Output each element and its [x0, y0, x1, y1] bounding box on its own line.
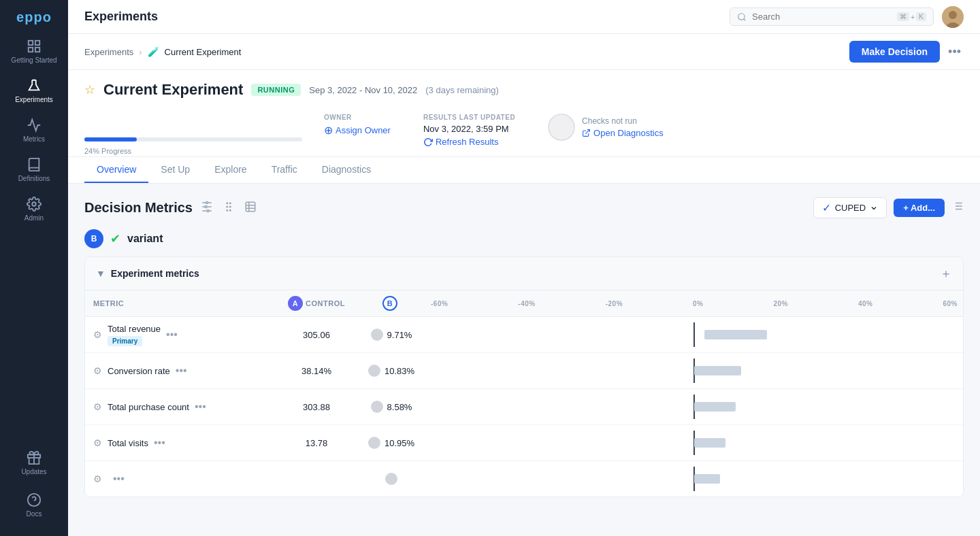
metric-gear-icon[interactable]: ⚙: [93, 437, 102, 448]
svg-rect-3: [35, 48, 39, 52]
sidebar-item-definitions[interactable]: Definitions: [0, 150, 68, 190]
chart-bar: [694, 402, 736, 412]
svg-point-22: [205, 205, 207, 207]
tab-setup[interactable]: Set Up: [148, 157, 202, 183]
refresh-icon: [423, 137, 433, 147]
metric-gear-icon[interactable]: ⚙: [93, 473, 102, 484]
more-options-button[interactable]: •••: [945, 42, 964, 62]
metric-name-cell: ⚙ Total purchase count •••: [85, 389, 276, 425]
variant-dot-icon: [368, 365, 380, 377]
variant-dot-icon: [368, 437, 380, 449]
results-section: RESULTS LAST UPDATED Nov 3, 2022, 3:59 P…: [423, 114, 515, 147]
metric-options-icon[interactable]: •••: [154, 437, 165, 449]
experiment-flask-icon: 🧪: [148, 46, 159, 57]
make-decision-button[interactable]: Make Decision: [849, 41, 940, 63]
metrics-tbody: ⚙ Total revenue Primary ••• 305.06: [85, 317, 963, 497]
metric-name-cell: ⚙ Total revenue Primary •••: [85, 317, 276, 353]
metrics-section-header: ▼ Experiment metrics ＋: [85, 257, 963, 290]
table-icon: [244, 201, 257, 213]
refresh-results-button[interactable]: Refresh Results: [423, 137, 515, 147]
chart-bar: [694, 366, 741, 375]
table-row: ⚙ Conversion rate ••• 38.14% 10: [85, 353, 963, 389]
variant-dot-icon: [371, 329, 383, 341]
status-badge: RUNNING: [251, 84, 301, 96]
search-box[interactable]: ⌘ + K: [730, 7, 934, 26]
control-value-cell: 38.14%: [276, 353, 357, 389]
results-date: Nov 3, 2022, 3:59 PM: [423, 124, 515, 134]
breadcrumb-separator-1: ›: [139, 47, 142, 57]
owner-label: OWNER: [324, 114, 391, 121]
sidebar-item-updates[interactable]: Updates: [0, 443, 68, 483]
sidebar-item-admin[interactable]: Admin: [0, 190, 68, 229]
metric-options-icon[interactable]: •••: [195, 401, 206, 413]
sidebar-item-getting-started[interactable]: Getting Started: [0, 32, 68, 71]
col-b-header: B: [357, 290, 425, 317]
assign-owner-button[interactable]: ⊕ Assign Owner: [324, 124, 391, 137]
experiment-header: ☆ Current Experiment RUNNING Sep 3, 2022…: [68, 70, 980, 157]
variant-value-cell: 10.95%: [357, 425, 425, 461]
svg-rect-1: [35, 41, 39, 45]
list-view-button[interactable]: [951, 200, 964, 216]
svg-line-14: [586, 130, 590, 134]
breadcrumb-current-experiment: Current Experiment: [165, 47, 242, 57]
progress-bar-container: [84, 137, 302, 141]
variant-value-cell: 10.83%: [357, 353, 425, 389]
page-title: Experiments: [84, 10, 721, 24]
tab-diagnostics[interactable]: Diagnostics: [310, 157, 383, 183]
variant-name: variant: [127, 233, 163, 245]
days-remaining: (3 days remaining): [425, 85, 499, 95]
add-metric-button[interactable]: + Add...: [894, 199, 945, 217]
metric-gear-icon[interactable]: ⚙: [93, 329, 102, 340]
filter-icon: [201, 201, 213, 213]
sidebar-item-metrics[interactable]: Metrics: [0, 111, 68, 150]
tab-explore[interactable]: Explore: [202, 157, 259, 183]
open-diagnostics-button[interactable]: Open Diagnostics: [582, 128, 664, 138]
breadcrumb-experiments[interactable]: Experiments: [84, 47, 133, 57]
section-add-icon[interactable]: ＋: [940, 265, 952, 282]
chart-cell: [425, 317, 963, 353]
table-row: ⚙ Total purchase count ••• 303.88: [85, 389, 963, 425]
search-input[interactable]: [752, 12, 892, 22]
sidebar-item-docs[interactable]: Docs: [0, 486, 68, 525]
cuped-button[interactable]: ✓ CUPED: [813, 197, 887, 218]
tabs-row: Overview Set Up Explore Traffic Diagnost…: [68, 157, 980, 184]
metric-options-icon[interactable]: •••: [166, 329, 178, 341]
table-row: ⚙ •••: [85, 461, 963, 497]
avatar[interactable]: [942, 6, 964, 28]
favorite-star-icon[interactable]: ☆: [84, 82, 95, 97]
user-avatar-icon: [942, 6, 964, 28]
control-value-cell: 13.78: [276, 425, 357, 461]
checks-label: Checks not run: [582, 116, 664, 126]
metric-gear-icon[interactable]: ⚙: [93, 365, 102, 376]
list-icon: [951, 200, 964, 212]
svg-rect-2: [29, 48, 33, 52]
col-chart-header: -60% -40% -20% 0% 20% 40% 60%: [425, 290, 963, 317]
progress-label: 24% Progress: [84, 147, 131, 155]
metric-name-cell: ⚙ Conversion rate •••: [85, 353, 276, 389]
metric-name: Total purchase count: [108, 402, 189, 412]
metric-options-icon[interactable]: •••: [176, 365, 187, 377]
metric-gear-icon[interactable]: ⚙: [93, 401, 102, 412]
metric-options-icon[interactable]: •••: [113, 473, 125, 485]
metrics-drag-icon-btn[interactable]: [221, 199, 236, 217]
main-content: Experiments ⌘ + K Experiments › 🧪 Curren…: [68, 0, 980, 536]
metrics-table-icon-btn[interactable]: [243, 199, 258, 217]
breadcrumb-bar: Experiments › 🧪 Current Experiment Make …: [68, 34, 980, 70]
svg-line-10: [744, 18, 746, 20]
variant-b-circle: B: [84, 229, 103, 248]
decision-metrics-header: Decision Metrics ✓ CUPED + Add...: [84, 197, 964, 218]
metrics-filter-icon-btn[interactable]: [199, 199, 214, 217]
col-a-header: A control: [276, 290, 357, 317]
experiment-metrics-section: ▼ Experiment metrics ＋ Metric A control: [84, 256, 964, 497]
sidebar-item-experiments[interactable]: Experiments: [0, 71, 68, 111]
checks-section: Checks not run Open Diagnostics: [548, 114, 664, 141]
drag-icon: [223, 201, 235, 213]
collapse-icon[interactable]: ▼: [96, 268, 105, 279]
book-icon: [27, 157, 42, 172]
metric-name-cell: ⚙ •••: [85, 461, 276, 497]
tab-overview[interactable]: Overview: [84, 157, 148, 183]
svg-point-24: [227, 203, 228, 204]
tab-traffic[interactable]: Traffic: [259, 157, 310, 183]
app-logo[interactable]: eppo: [0, 0, 68, 32]
search-icon: [737, 12, 747, 22]
